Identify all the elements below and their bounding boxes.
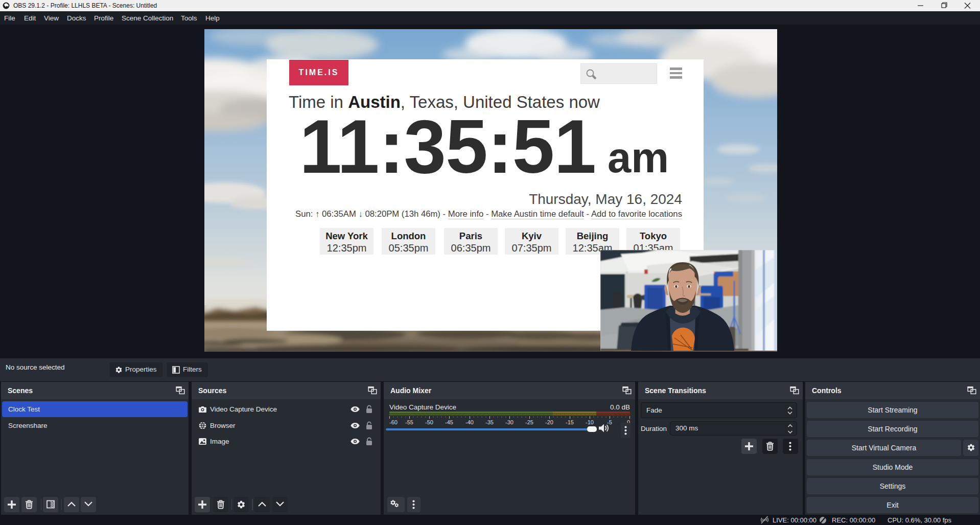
svg-text:-55: -55 xyxy=(405,419,413,425)
svg-text:-40: -40 xyxy=(465,419,474,425)
svg-text:-15: -15 xyxy=(566,419,574,425)
svg-text:-25: -25 xyxy=(525,419,533,425)
svg-text:-45: -45 xyxy=(445,419,453,425)
svg-text:-20: -20 xyxy=(545,419,553,425)
svg-text:-50: -50 xyxy=(425,419,433,425)
svg-text:-35: -35 xyxy=(485,419,494,425)
svg-text:-30: -30 xyxy=(505,419,514,425)
svg-text:-10: -10 xyxy=(586,419,594,425)
svg-text:-60: -60 xyxy=(389,419,398,425)
